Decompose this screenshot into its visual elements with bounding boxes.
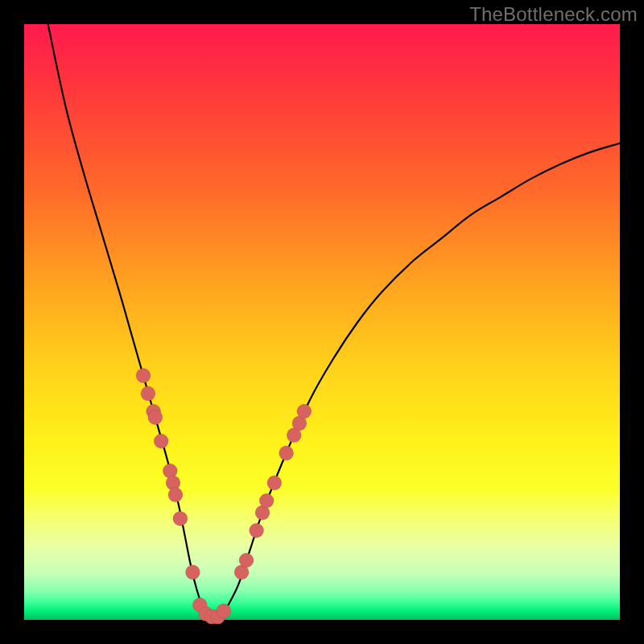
chart-frame: TheBottleneck.com	[0, 0, 644, 644]
data-point	[154, 434, 168, 448]
data-point	[279, 446, 294, 460]
data-point	[239, 553, 254, 568]
data-point	[250, 523, 264, 538]
data-point	[141, 386, 155, 401]
data-point	[136, 369, 151, 383]
plot-area	[24, 24, 620, 620]
data-point	[217, 604, 231, 618]
bottleneck-curve	[48, 24, 620, 621]
data-point	[259, 493, 274, 508]
data-point	[173, 511, 188, 526]
chart-svg	[24, 24, 620, 620]
watermark-text: TheBottleneck.com	[469, 3, 638, 26]
data-point	[168, 488, 183, 502]
data-point	[267, 476, 282, 490]
data-point	[148, 410, 163, 424]
data-point	[185, 565, 200, 580]
data-point	[297, 404, 312, 419]
data-markers	[136, 369, 312, 625]
